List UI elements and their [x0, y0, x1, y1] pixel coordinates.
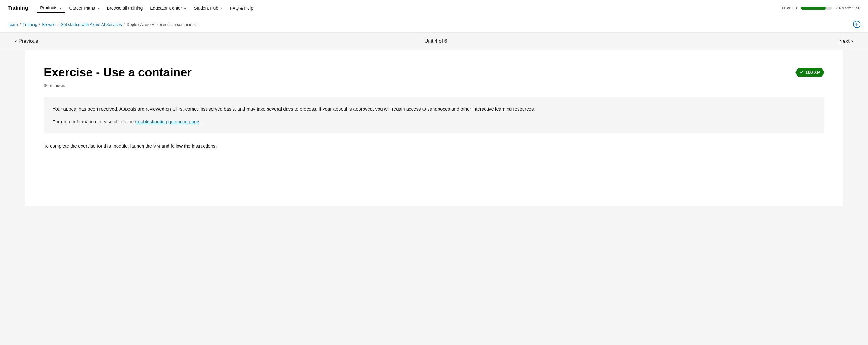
nav-right: LEVEL 3 2975 /3699 XP	[782, 6, 861, 10]
duration-label: 30 minutes	[44, 83, 824, 88]
chevron-right-icon: ›	[851, 38, 853, 44]
exercise-header: Exercise - Use a container ✓ 100 XP	[44, 66, 824, 80]
exercise-note: To complete the exercise for this module…	[44, 142, 824, 150]
exercise-title: Exercise - Use a container	[44, 66, 192, 80]
chevron-down-icon: ⌄	[220, 6, 222, 10]
breadcrumb-module[interactable]: Get started with Azure AI Services	[60, 22, 122, 27]
breadcrumb-learn[interactable]: Learn	[7, 22, 18, 27]
troubleshooting-link[interactable]: troubleshooting guidance page	[135, 119, 199, 124]
breadcrumb-sep: /	[124, 22, 125, 27]
chevron-down-icon: ⌄	[97, 6, 99, 10]
add-button[interactable]: +	[853, 21, 861, 28]
nav-products[interactable]: Products ⌄	[37, 3, 65, 13]
breadcrumb-current: Deploy Azure AI services in containers	[127, 22, 196, 27]
xp-progress-bar	[801, 6, 832, 10]
nav-career-paths[interactable]: Career Paths ⌄	[66, 4, 102, 12]
level-label: LEVEL 3	[782, 6, 797, 10]
brand-logo[interactable]: Training	[7, 5, 28, 11]
info-box: Your appeal has been received. Appeals a…	[44, 97, 824, 133]
chevron-down-icon: ⌄	[184, 6, 186, 10]
main-content: Exercise - Use a container ✓ 100 XP 30 m…	[0, 50, 868, 345]
unit-navigation: ‹ Previous Unit 4 of 6 ⌄ Next ›	[0, 33, 868, 50]
breadcrumb-sep: /	[39, 22, 40, 27]
breadcrumb-training[interactable]: Training	[23, 22, 37, 27]
breadcrumb-browse[interactable]: Browse	[42, 22, 55, 27]
xp-bar-fill	[801, 6, 826, 10]
breadcrumb: Learn / Training / Browse / Get started …	[0, 16, 868, 33]
nav-browse-all[interactable]: Browse all training	[104, 4, 146, 12]
info-para-2: For more information, please check the t…	[53, 118, 815, 126]
chevron-down-icon: ⌄	[450, 39, 453, 43]
previous-button[interactable]: ‹ Previous	[12, 37, 41, 45]
breadcrumb-sep: /	[58, 22, 58, 27]
navigation: Training Products ⌄ Career Paths ⌄ Brows…	[0, 0, 868, 16]
breadcrumb-sep: /	[197, 22, 198, 27]
check-icon: ✓	[800, 70, 804, 75]
chevron-left-icon: ‹	[15, 38, 17, 44]
nav-links: Products ⌄ Career Paths ⌄ Browse all tra…	[37, 3, 782, 13]
breadcrumb-right: +	[853, 21, 861, 28]
nav-student[interactable]: Student Hub ⌄	[191, 4, 226, 12]
chevron-down-icon: ⌄	[59, 6, 62, 9]
xp-badge: ✓ 100 XP	[796, 68, 824, 77]
nav-faq[interactable]: FAQ & Help	[227, 4, 256, 12]
xp-text: 2975 /3699 XP	[836, 6, 861, 10]
nav-educator[interactable]: Educator Center ⌄	[147, 4, 189, 12]
info-para-1: Your appeal has been received. Appeals a…	[53, 105, 815, 113]
unit-counter[interactable]: Unit 4 of 6 ⌄	[425, 38, 453, 44]
content-card: Exercise - Use a container ✓ 100 XP 30 m…	[25, 50, 843, 206]
next-button[interactable]: Next ›	[837, 37, 856, 45]
breadcrumb-sep: /	[20, 22, 21, 27]
